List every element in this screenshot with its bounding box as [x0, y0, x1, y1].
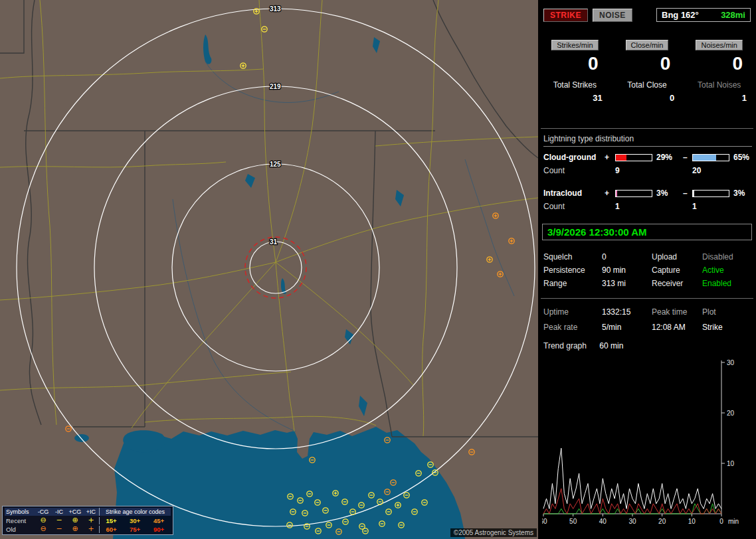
range-ring-label-219: 219	[270, 83, 281, 90]
legend-symbols-header: Symbols	[5, 508, 35, 516]
positive-share-bar	[615, 190, 652, 197]
legend-age-header: Strike age color codes	[99, 508, 171, 516]
legend-col-pos-cg: +CG	[67, 508, 83, 516]
setting-value: Disabled	[702, 250, 752, 264]
setting-value: Active	[702, 264, 752, 277]
plus-sign: +	[605, 153, 615, 162]
legend-row-label: Old	[5, 526, 35, 533]
legend-col-neg-ic: -IC	[51, 508, 67, 516]
setting-label: Upload	[652, 250, 702, 264]
strikes-per-min-value: 0	[541, 54, 609, 74]
total-strikes-value: 31	[541, 93, 609, 103]
x-axis-unit: min	[728, 518, 739, 525]
copyright-notice: ©2005 Astrogenic Systems	[450, 528, 537, 537]
stat-cell: 5/min	[602, 320, 652, 335]
divider	[541, 128, 753, 129]
strikes-rate-column: Strikes/min 0 Total Strikes 31	[541, 38, 609, 103]
positive-share-pct: 29%	[654, 153, 683, 162]
stat-cell: Plot	[702, 305, 752, 320]
clock-display: 3/9/2026 12:30:00 AM	[542, 224, 752, 240]
status-panel: STRIKE NOISE Bng 162° 328mi Strikes/min …	[538, 0, 756, 539]
bearing-range: 328mi	[721, 10, 745, 20]
x-tick-label: 20	[658, 518, 666, 525]
spacer	[543, 179, 752, 185]
stat-cell: Strike	[702, 320, 752, 335]
x-tick-label: 10	[688, 518, 696, 525]
x-tick-label: 30	[628, 518, 636, 525]
noise-indicator-button[interactable]: NOISE	[593, 9, 632, 22]
noises-per-min-value: 0	[685, 54, 753, 74]
bearing-label: Bng 162°	[662, 10, 699, 20]
legend-symbol-+IC: +	[83, 525, 99, 533]
y-tick-label: 10	[727, 460, 735, 467]
setting-label: Capture	[652, 264, 702, 277]
setting-value: 313 mi	[602, 277, 652, 290]
legend-age-code: 30+	[123, 517, 147, 524]
map-legend: Symbols -CG -IC +CG +IC Strike age color…	[2, 506, 173, 535]
total-close-label: Total Close	[613, 80, 682, 90]
positive-count: 9	[615, 166, 654, 175]
stat-cell: Peak rate	[543, 320, 602, 335]
indicator-bar: STRIKE NOISE Bng 162° 328mi	[543, 8, 751, 22]
stat-cell: 1332:15	[602, 305, 652, 320]
legend-symbol--CG: ⊖	[35, 516, 51, 524]
settings-section: Squelch0UploadDisabledPersistence90 minC…	[543, 250, 752, 290]
trend-graph-header: Trend graph 60 min	[543, 341, 623, 350]
legend-age-code: 90+	[147, 526, 171, 533]
total-close-value: 0	[613, 93, 682, 103]
legend-age-code: 15+	[99, 517, 123, 524]
setting-label: Range	[543, 277, 602, 290]
legend-symbol-+CG: ⊕	[67, 516, 83, 524]
range-ring-label-31: 31	[270, 238, 278, 246]
distribution-type-label: Intracloud	[543, 189, 605, 198]
stat-cell: Uptime	[543, 305, 602, 320]
trend-series-strikes	[543, 448, 721, 508]
x-tick-label: 0	[719, 518, 723, 525]
x-tick-label: 50	[569, 518, 577, 525]
negative-count: 20	[692, 166, 731, 175]
distribution-section: Lightning type distribution Cloud-ground…	[543, 134, 752, 211]
range-ring-label-313: 313	[270, 5, 281, 13]
legend-col-neg-cg: -CG	[35, 508, 51, 516]
positive-share-pct: 3%	[654, 189, 683, 198]
legend-symbol--IC: −	[51, 525, 67, 533]
chip-noises-per-min[interactable]: Noises/min	[696, 40, 742, 50]
trend-series-close	[543, 489, 721, 514]
legend-symbol-+IC: +	[83, 516, 99, 524]
setting-value: Enabled	[702, 277, 752, 290]
bearing-box: Bng 162° 328mi	[656, 8, 751, 22]
legend-age-code: 75+	[123, 526, 147, 533]
trend-graph: 1020306050403020100min	[542, 356, 752, 531]
strike-indicator-button[interactable]: STRIKE	[543, 9, 588, 22]
noises-rate-column: Noises/min 0 Total Noises 1	[685, 38, 753, 103]
legend-row-label: Recent	[5, 517, 35, 524]
lightning-map[interactable]: 31321912531	[0, 0, 538, 539]
negative-share-pct: 65%	[731, 153, 752, 162]
x-tick-label: 60	[542, 518, 547, 525]
chip-close-per-min[interactable]: Close/min	[626, 40, 669, 50]
total-noises-label: Total Noises	[685, 80, 753, 90]
stats-section: Uptime1332:15Peak timePlotPeak rate5/min…	[543, 305, 752, 335]
legend-age-code: 45+	[147, 517, 171, 524]
close-rate-column: Close/min 0 Total Close 0	[613, 38, 682, 103]
x-tick-label: 40	[599, 518, 607, 525]
lightning-monitor-window: 31321912531 Symbols -CG -IC +CG +IC Stri…	[0, 0, 756, 539]
count-label: Count	[543, 166, 605, 175]
legend-symbol-+CG: ⊕	[67, 525, 83, 533]
lake	[74, 434, 89, 442]
chip-strikes-per-min[interactable]: Strikes/min	[551, 40, 598, 50]
rates-section: Strikes/min 0 Total Strikes 31 Close/min…	[541, 38, 753, 103]
negative-share-pct: 3%	[731, 189, 752, 198]
setting-value: 0	[602, 250, 652, 264]
stat-cell: 12:08 AM	[652, 320, 702, 335]
legend-grid: Symbols -CG -IC +CG +IC Strike age color…	[5, 508, 171, 533]
distribution-grid: Cloud-ground+29%–65%Count920Intracloud+3…	[543, 153, 752, 211]
setting-label: Persistence	[543, 264, 602, 277]
distribution-title: Lightning type distribution	[543, 134, 752, 147]
legend-col-pos-ic: +IC	[83, 508, 99, 516]
minus-sign: –	[683, 189, 692, 198]
map-panel[interactable]: 31321912531 Symbols -CG -IC +CG +IC Stri…	[0, 0, 538, 539]
negative-share-bar	[692, 190, 729, 197]
y-tick-label: 20	[727, 410, 735, 417]
minus-sign: –	[683, 153, 692, 162]
